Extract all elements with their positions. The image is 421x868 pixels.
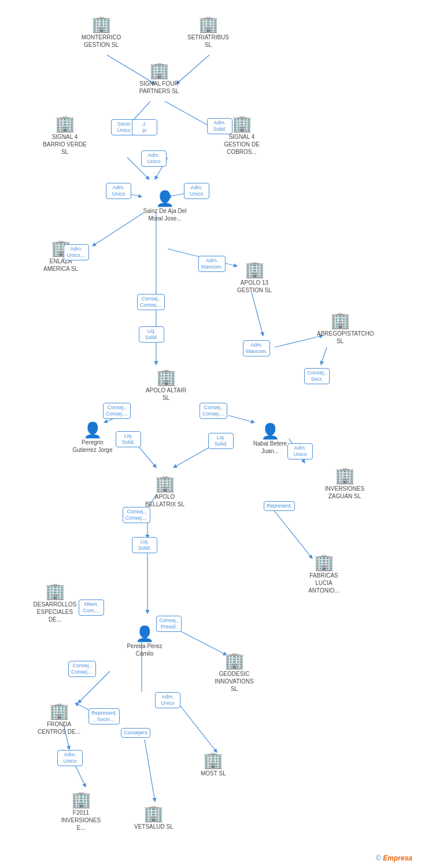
- svg-line-30: [178, 703, 217, 752]
- badge-consej-1[interactable]: Consej.,Consej....: [137, 294, 165, 310]
- vetsalud-node: 🏢 VETSALUD SL: [134, 806, 173, 830]
- f2011-label: F2011 INVERSIONES E...: [58, 809, 104, 832]
- building-icon-red: 🏢: [156, 369, 176, 385]
- building-icon: 🏢: [49, 703, 69, 719]
- badge-consej-3[interactable]: Consej.,Consej....: [200, 403, 227, 419]
- badge-adm-unico-4[interactable]: Adm.Unico,...: [64, 244, 89, 260]
- signal4-barrio-node: 🏢 SIGNAL 4 BARRIO VERDE SL: [42, 116, 88, 156]
- svg-line-31: [145, 740, 155, 801]
- building-icon: 🏢: [143, 806, 164, 822]
- inversiones-label: INVERSIONES ZAGUAN SL: [322, 485, 368, 500]
- desarrollos-node: 🏢 DESARROLLOS ESPECIALES DE...: [32, 583, 78, 623]
- person-icon: 👤: [156, 191, 174, 206]
- person-icon: 👤: [135, 626, 154, 641]
- apolo13-node: 🏢 APOLO 13 GESTION SL: [231, 262, 278, 294]
- building-icon: 🏢: [91, 16, 112, 32]
- abreg-node: 🏢 ABREGOPISTATCHO SL: [317, 312, 363, 345]
- building-icon: 🏢: [45, 583, 65, 599]
- building-icon: 🏢: [55, 116, 75, 132]
- sainz-node: 👤 Sainz De Aja Del Moral Jose...: [142, 191, 188, 222]
- apolo-altair-label: APOLO ALTAIR SL: [143, 387, 189, 402]
- badge-consej-secr[interactable]: Consej.,Secr.: [304, 368, 330, 384]
- apolo-bellatrix-label: APOLO BELLATRIX SL: [142, 493, 188, 508]
- vetsalud-label: VETSALUD SL: [134, 823, 173, 830]
- building-icon: 🏢: [149, 62, 169, 79]
- badge-represent[interactable]: Represent.: [264, 501, 295, 511]
- person-icon: 👤: [83, 422, 102, 437]
- badge-liq-4[interactable]: Liq.Solid.: [132, 537, 157, 553]
- badge-consejero[interactable]: Consejero: [121, 728, 150, 738]
- badge-adm-mancom-1[interactable]: Adm.Mancom.: [198, 256, 226, 272]
- building-icon: 🏢: [335, 468, 355, 484]
- peregrin-node: 👤 Peregrin Gutierrez Jorge: [69, 422, 116, 454]
- badge-adm-solid-1[interactable]: Adm.Solid.: [207, 118, 232, 134]
- badge-consej-presid[interactable]: Consej.,Presid.: [156, 616, 182, 632]
- badge-liq-2[interactable]: Liq.Solid.: [116, 431, 141, 447]
- badge-liq-3[interactable]: Liq.Solid.: [208, 433, 234, 449]
- inversiones-node: 🏢 INVERSIONES ZAGUAN SL: [322, 468, 368, 500]
- signal4-barrio-label: SIGNAL 4 BARRIO VERDE SL: [42, 133, 88, 156]
- svg-line-21: [271, 506, 312, 558]
- badge-consej-2[interactable]: Consej.,Consej....: [103, 403, 131, 419]
- pereira-label: Pereira Perez Camilo: [121, 642, 168, 657]
- fronda-label: FRONDA CENTROS DE...: [36, 720, 82, 735]
- svg-line-8: [93, 213, 143, 246]
- badge-adm-unico-2[interactable]: Adm.Unico: [106, 183, 131, 199]
- badge-adm-unico-1[interactable]: Adm.Unico: [141, 150, 167, 167]
- brand-name: Empresa: [383, 854, 412, 862]
- badge-miem[interactable]: Miem.Com....: [79, 599, 104, 616]
- setriatribus-node: 🏢 SETRIATRIBUS SL: [185, 16, 231, 49]
- svg-line-18: [228, 415, 254, 422]
- monterrico-label: MONTERRICO GESTION SL: [78, 34, 124, 49]
- geodesic-node: 🏢 GEODESIC INNOVATIONS SL: [211, 653, 257, 693]
- building-icon: 🏢: [232, 116, 252, 132]
- fabricas-node: 🏢 FABRICAS LUCIA ANTONIO...: [301, 554, 347, 594]
- building-icon: 🏢: [314, 554, 334, 571]
- geodesic-label: GEODESIC INNOVATIONS SL: [211, 670, 257, 693]
- most-node: 🏢 MOST SL: [201, 752, 226, 777]
- svg-line-13: [252, 292, 263, 336]
- nabal-label: Nabal Betere Juan...: [247, 440, 293, 455]
- badge-adm-unico-3[interactable]: Adm.Unico: [184, 183, 209, 199]
- desarrollos-label: DESARROLLOS ESPECIALES DE...: [32, 601, 78, 623]
- fabricas-label: FABRICAS LUCIA ANTONIO...: [301, 572, 347, 594]
- signal-four-label: SIGNAL FOUR PARTNERS SL: [136, 80, 182, 95]
- apolo-altair-node: 🏢 APOLO ALTAIR SL: [143, 369, 189, 402]
- signal-four-node: 🏢 SIGNAL FOUR PARTNERS SL: [136, 62, 182, 95]
- svg-line-33: [74, 763, 86, 787]
- building-icon: 🏢: [224, 653, 245, 669]
- signal4-gestion-label: SIGNAL 4 GESTION DE COBROS...: [219, 133, 265, 156]
- badge-adm-unico-7[interactable]: Adm.Unico: [57, 750, 83, 766]
- badge-adm-unico-6[interactable]: Adm.Unico: [155, 692, 180, 708]
- building-icon: 🏢: [330, 312, 350, 329]
- building-icon: 🏢: [198, 16, 219, 32]
- copyright-symbol: ©: [376, 854, 381, 862]
- badge-consej-4[interactable]: Consej.,Consej....: [123, 507, 150, 523]
- diagram-container: 🏢 MONTERRICO GESTION SL 🏢 SETRIATRIBUS S…: [0, 0, 421, 868]
- building-icon: 🏢: [155, 476, 175, 492]
- badge-liq-1[interactable]: Liq.Solid.: [139, 326, 164, 343]
- badge-consej-5[interactable]: Consej.,Consej....: [68, 661, 96, 677]
- fronda-node: 🏢 FRONDA CENTROS DE...: [36, 703, 82, 735]
- watermark: © Empresa: [376, 854, 412, 862]
- setriatribus-label: SETRIATRIBUS SL: [185, 34, 231, 49]
- building-icon: 🏢: [203, 752, 223, 768]
- svg-line-15: [321, 347, 327, 365]
- apolo-bellatrix-node: 🏢 APOLO BELLATRIX SL: [142, 476, 188, 508]
- nabal-node: 👤 Nabal Betere Juan...: [247, 424, 293, 455]
- monterrico-node: 🏢 MONTERRICO GESTION SL: [78, 16, 124, 49]
- most-label: MOST SL: [201, 770, 226, 777]
- badge-represent-socio[interactable]: Represent., Socio...: [88, 708, 120, 724]
- f2011-node: 🏢 F2011 INVERSIONES E...: [58, 792, 104, 832]
- peregrin-label: Peregrin Gutierrez Jorge: [69, 439, 116, 454]
- abreg-label: ABREGOPISTATCHO SL: [317, 330, 363, 345]
- person-icon: 👤: [261, 424, 279, 439]
- building-icon: 🏢: [71, 792, 91, 808]
- apolo13-label: APOLO 13 GESTION SL: [231, 279, 278, 294]
- badge-adm-mancom-2[interactable]: Adm.Mancom.: [243, 340, 270, 356]
- building-icon: 🏢: [245, 262, 265, 278]
- badge-j-jo[interactable]: J.jo: [132, 119, 157, 135]
- svg-line-14: [275, 336, 323, 347]
- sainz-label: Sainz De Aja Del Moral Jose...: [142, 207, 188, 222]
- badge-adm-unico-5[interactable]: Adm.Unico: [287, 443, 313, 459]
